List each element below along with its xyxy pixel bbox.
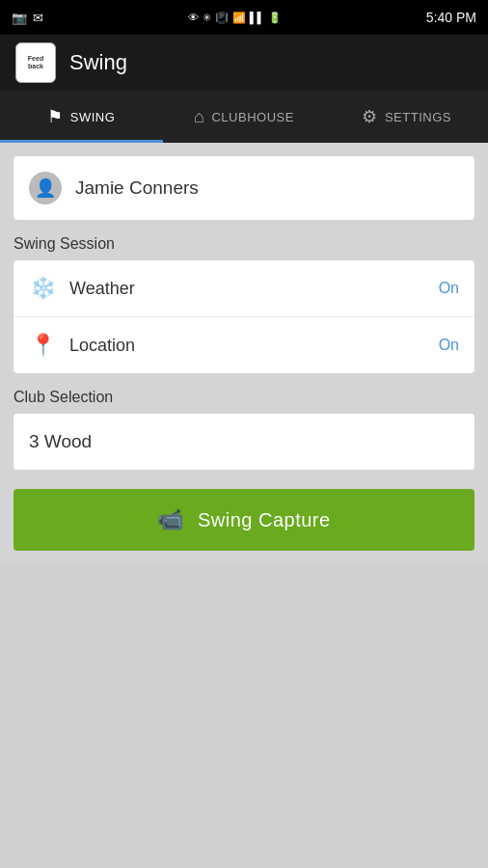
mail-icon: ✉	[33, 11, 43, 25]
app-logo: Feedback	[15, 42, 56, 83]
avatar: 👤	[29, 172, 62, 204]
bluetooth-icon: ✳	[203, 12, 211, 24]
gear-tab-icon: ⚙	[362, 106, 378, 127]
club-card[interactable]: 3 Wood	[14, 414, 474, 470]
swing-capture-button[interactable]: 📹 Swing Capture	[14, 489, 474, 551]
house-tab-icon: ⌂	[194, 107, 204, 127]
user-name: Jamie Conners	[75, 177, 199, 199]
tab-swing-label: SWING	[70, 110, 116, 124]
vibrate-icon: 📳	[215, 12, 229, 24]
weather-icon: ❄️	[29, 276, 56, 301]
location-status: On	[439, 337, 459, 354]
user-row: 👤 Jamie Conners	[14, 156, 474, 220]
weather-status: On	[439, 280, 459, 297]
camera-icon: 📷	[12, 11, 27, 25]
weather-row[interactable]: ❄️ Weather On	[14, 260, 474, 316]
session-card: ❄️ Weather On 📍 Location On	[14, 260, 474, 373]
club-selection-label: Club Selection	[14, 389, 474, 406]
location-row[interactable]: 📍 Location On	[14, 316, 474, 373]
person-icon: 👤	[35, 177, 56, 199]
status-right-icons: 👁 ✳ 📳 📶 ▌▌ 🔋	[188, 12, 283, 24]
tab-clubhouse-label: CLUBHOUSE	[211, 110, 293, 124]
flag-tab-icon: ⚑	[47, 106, 64, 127]
tab-clubhouse[interactable]: ⌂ CLUBHOUSE	[163, 91, 326, 143]
logo-text: Feedback	[28, 55, 43, 71]
video-icon: 📹	[157, 507, 184, 532]
tab-bar: ⚑ SWING ⌂ CLUBHOUSE ⚙ SETTINGS	[0, 91, 488, 143]
weather-label: Weather	[69, 279, 425, 299]
status-bar: 📷 ✉ 👁 ✳ 📳 📶 ▌▌ 🔋 5:40 PM	[0, 0, 488, 35]
eye-icon: 👁	[188, 12, 199, 23]
main-content: 👤 Jamie Conners Swing Session ❄️ Weather…	[0, 143, 488, 564]
capture-label: Swing Capture	[198, 509, 331, 531]
battery-icon: 🔋	[268, 12, 282, 24]
status-time: 5:40 PM	[426, 10, 476, 25]
status-left-icons: 📷 ✉	[12, 11, 43, 25]
app-title: Swing	[69, 50, 127, 75]
signal-icon: ▌▌	[250, 12, 265, 23]
tab-settings-label: SETTINGS	[385, 110, 451, 124]
club-value: 3 Wood	[29, 431, 92, 451]
location-icon: 📍	[29, 333, 56, 358]
location-label: Location	[69, 336, 425, 356]
swing-session-label: Swing Session	[14, 235, 474, 253]
app-bar: Feedback Swing	[0, 35, 488, 91]
tab-settings[interactable]: ⚙ SETTINGS	[325, 91, 488, 143]
wifi-icon: 📶	[232, 12, 246, 24]
user-card: 👤 Jamie Conners	[14, 156, 474, 220]
tab-swing[interactable]: ⚑ SWING	[0, 91, 163, 143]
